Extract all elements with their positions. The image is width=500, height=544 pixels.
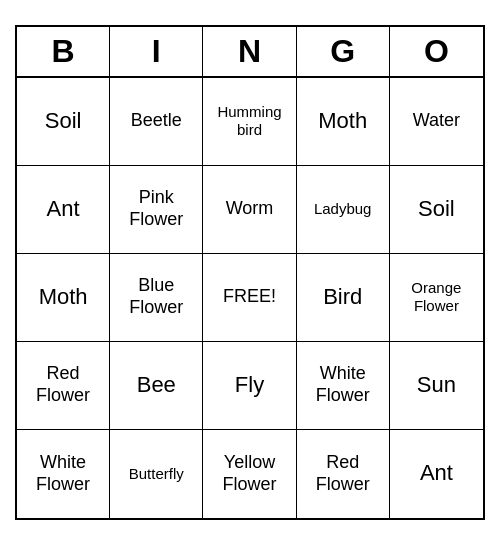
bingo-cell: Humming bird (203, 78, 296, 166)
bingo-cell: Soil (390, 166, 483, 254)
header-letter: O (390, 27, 483, 76)
bingo-cell: Worm (203, 166, 296, 254)
bingo-card: BINGO SoilBeetleHumming birdMothWaterAnt… (15, 25, 485, 520)
bingo-cell: Yellow Flower (203, 430, 296, 518)
bingo-cell: Orange Flower (390, 254, 483, 342)
bingo-grid: SoilBeetleHumming birdMothWaterAntPink F… (17, 78, 483, 518)
bingo-cell: Water (390, 78, 483, 166)
bingo-cell: Moth (17, 254, 110, 342)
bingo-cell: Pink Flower (110, 166, 203, 254)
bingo-cell: Sun (390, 342, 483, 430)
header-letter: B (17, 27, 110, 76)
bingo-cell: White Flower (17, 430, 110, 518)
header-letter: N (203, 27, 296, 76)
bingo-cell: Blue Flower (110, 254, 203, 342)
bingo-cell: Red Flower (17, 342, 110, 430)
header-letter: I (110, 27, 203, 76)
bingo-cell: FREE! (203, 254, 296, 342)
bingo-cell: Bird (297, 254, 390, 342)
bingo-header: BINGO (17, 27, 483, 78)
bingo-cell: Ant (17, 166, 110, 254)
bingo-cell: Fly (203, 342, 296, 430)
bingo-cell: Red Flower (297, 430, 390, 518)
bingo-cell: Soil (17, 78, 110, 166)
bingo-cell: Ladybug (297, 166, 390, 254)
header-letter: G (297, 27, 390, 76)
bingo-cell: Moth (297, 78, 390, 166)
bingo-cell: Butterfly (110, 430, 203, 518)
bingo-cell: Bee (110, 342, 203, 430)
bingo-cell: White Flower (297, 342, 390, 430)
bingo-cell: Ant (390, 430, 483, 518)
bingo-cell: Beetle (110, 78, 203, 166)
